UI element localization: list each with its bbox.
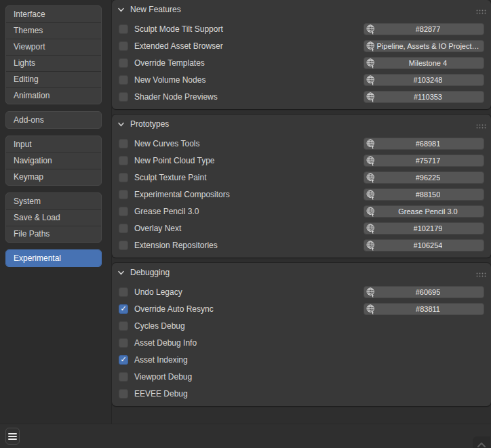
checkbox-asset-debug-info[interactable]: ✓ (119, 338, 128, 348)
web-link-button-grease-pencil-3-0[interactable]: Grease Pencil 3.0 (364, 205, 484, 218)
checkbox-sculpt-mode-tilt-support[interactable]: ✓ (119, 24, 128, 34)
option-row: ✓ New Volume Nodes #103248 (119, 71, 484, 88)
option-label: Asset Indexing (134, 355, 188, 365)
web-link-button-sculpt-texture-paint[interactable]: #96225 (364, 171, 484, 184)
sidebar-item-keymap[interactable]: Keymap (6, 169, 101, 185)
panel-new-features: New Features ✓ Sculpt Mode Tilt Support (112, 0, 491, 109)
globe-cursor-icon (366, 223, 376, 235)
panel-title[interactable]: Prototypes (130, 119, 169, 129)
panel-debugging: Debugging ✓ Undo Legacy (112, 263, 491, 406)
option-row: ✓ Shader Node Previews #110353 (119, 88, 484, 105)
option-row: ✓ Undo Legacy #60695 (119, 283, 484, 300)
checkbox-viewport-debug[interactable]: ✓ (119, 372, 128, 382)
web-link-label: #68981 (416, 140, 441, 148)
sidebar-item-add-ons[interactable]: Add-ons (6, 112, 101, 128)
sidebar-item-navigation[interactable]: Navigation (6, 152, 101, 169)
sidebar-group: Experimental (5, 249, 102, 267)
sidebar-item-animation[interactable]: Animation (6, 87, 101, 104)
checkbox-undo-legacy[interactable]: ✓ (119, 287, 128, 297)
checkbox-experimental-compositors[interactable]: ✓ (119, 190, 128, 199)
option-label: Cycles Debug (134, 321, 185, 331)
web-link-button-overlay-next[interactable]: #102179 (364, 222, 484, 235)
option-label: Override Auto Resync (134, 304, 214, 314)
option-row: ✓ Overlay Next #102179 (119, 220, 484, 237)
option-row: ✓ New Curves Tools #68981 (119, 135, 484, 152)
option-label: Undo Legacy (134, 287, 182, 297)
web-link-button-undo-legacy[interactable]: #60695 (364, 286, 484, 298)
checkbox-shader-node-previews[interactable]: ✓ (119, 92, 128, 102)
option-label: Asset Debug Info (134, 338, 197, 348)
globe-cursor-icon (366, 189, 376, 201)
globe-cursor-icon (366, 172, 376, 184)
option-row: ✓ Sculpt Mode Tilt Support #82877 (119, 20, 484, 37)
checkbox-new-point-cloud-type[interactable]: ✓ (119, 156, 128, 165)
panel-title[interactable]: New Features (130, 5, 181, 14)
chevron-down-icon[interactable] (117, 121, 125, 128)
checkbox-override-auto-resync[interactable]: ✓ (119, 304, 128, 314)
web-link-button-experimental-compositors[interactable]: #88150 (364, 188, 484, 201)
checkbox-asset-indexing[interactable]: ✓ (119, 355, 128, 365)
checkbox-extended-asset-browser[interactable]: ✓ (119, 41, 128, 51)
option-row: ✓ Sculpt Texture Paint #96225 (119, 169, 484, 186)
web-link-button-new-curves-tools[interactable]: #68981 (364, 138, 484, 150)
hamburger-menu-icon[interactable] (5, 428, 20, 445)
sidebar-group: System Save & Load File Paths (5, 192, 102, 243)
globe-cursor-icon (366, 304, 376, 315)
web-link-label: #102179 (414, 224, 443, 232)
web-link-button-shader-node-previews[interactable]: #110353 (364, 91, 484, 103)
blender-preferences-window: Interface Themes Viewport Lights Editing… (0, 0, 491, 448)
corner-chevron-up-icon[interactable] (473, 436, 490, 448)
globe-cursor-icon (366, 155, 376, 167)
web-link-button-new-point-cloud-type[interactable]: #75717 (364, 155, 484, 167)
sidebar-item-file-paths[interactable]: File Paths (6, 226, 101, 242)
checkbox-sculpt-texture-paint[interactable]: ✓ (119, 173, 128, 182)
option-row: ✓ Grease Pencil 3.0 Grease Pencil 3.0 (119, 203, 484, 220)
option-row: ✓ Extension Repositories #106254 (119, 237, 484, 253)
panel-title[interactable]: Debugging (130, 268, 170, 277)
sidebar-group: Add-ons (5, 111, 102, 129)
web-link-button-sculpt-mode-tilt-support[interactable]: #82877 (364, 23, 484, 35)
checkbox-extension-repositories[interactable]: ✓ (119, 241, 128, 250)
sidebar-item-interface[interactable]: Interface (6, 6, 101, 22)
web-link-label: #96225 (416, 174, 441, 182)
checkbox-new-volume-nodes[interactable]: ✓ (119, 75, 128, 85)
sidebar-item-viewport[interactable]: Viewport (6, 39, 101, 55)
sidebar-item-experimental[interactable]: Experimental (6, 250, 101, 266)
web-link-button-extension-repositories[interactable]: #106254 (364, 239, 484, 251)
checkbox-grease-pencil-3-0[interactable]: ✓ (119, 207, 128, 216)
option-row: ✓ Viewport Debug (119, 368, 484, 385)
sidebar-item-input[interactable]: Input (6, 136, 101, 152)
chevron-down-icon[interactable] (117, 269, 125, 277)
checkbox-eevee-debug[interactable]: ✓ (119, 389, 128, 399)
sidebar-item-themes[interactable]: Themes (6, 22, 101, 39)
checkbox-new-curves-tools[interactable]: ✓ (119, 139, 128, 148)
sidebar-item-editing[interactable]: Editing (6, 71, 101, 87)
web-link-label: Pipeline, Assets & IO Project… (376, 42, 479, 50)
sidebar-item-lights[interactable]: Lights (6, 55, 101, 71)
panel-drag-grip-icon[interactable] (476, 5, 486, 17)
checkbox-cycles-debug[interactable]: ✓ (119, 321, 128, 331)
sidebar-item-save-load[interactable]: Save & Load (6, 209, 101, 226)
preferences-sidebar: Interface Themes Viewport Lights Editing… (0, 0, 112, 424)
globe-cursor-icon (366, 287, 376, 298)
checkbox-override-templates[interactable]: ✓ (119, 58, 128, 68)
status-bar (0, 424, 491, 448)
preferences-content: New Features ✓ Sculpt Mode Tilt Support (112, 0, 491, 424)
web-link-button-extended-asset-browser[interactable]: Pipeline, Assets & IO Project… (364, 40, 484, 52)
check-icon: ✓ (120, 305, 126, 312)
web-link-button-new-volume-nodes[interactable]: #103248 (364, 74, 484, 86)
panel-drag-grip-icon[interactable] (476, 268, 486, 280)
web-link-button-override-templates[interactable]: Milestone 4 (364, 57, 484, 69)
web-link-label: #60695 (416, 288, 441, 296)
web-link-button-override-auto-resync[interactable]: #83811 (364, 303, 484, 315)
checkbox-overlay-next[interactable]: ✓ (119, 224, 128, 233)
chevron-down-icon[interactable] (117, 6, 125, 14)
web-link-label: Milestone 4 (409, 59, 447, 67)
sidebar-item-system[interactable]: System (6, 193, 101, 209)
web-link-label: #106254 (414, 241, 443, 249)
globe-cursor-icon (366, 41, 376, 52)
web-link-label: #103248 (414, 76, 443, 84)
option-row: ✓ Experimental Compositors #88150 (119, 186, 484, 203)
web-link-label: #110353 (414, 93, 442, 101)
panel-drag-grip-icon[interactable] (476, 119, 486, 131)
